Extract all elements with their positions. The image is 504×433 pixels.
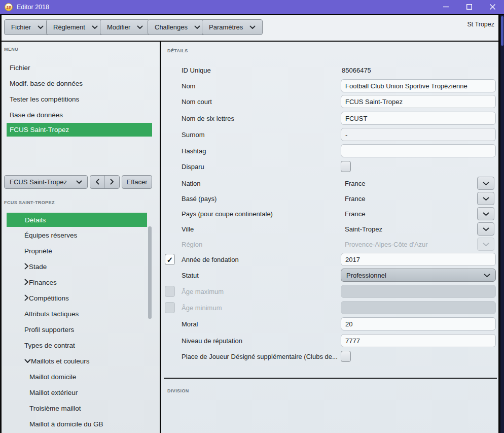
section-divider bbox=[164, 378, 497, 379]
nav-item-equipes-reserves[interactable]: Équipes réserves bbox=[2, 227, 151, 243]
field-label: Nation bbox=[182, 177, 201, 190]
field-row-age-minimum: Âge minimum bbox=[161, 301, 498, 314]
nav-item-propriete[interactable]: Propriété bbox=[2, 243, 151, 259]
maximize-button[interactable] bbox=[457, 0, 481, 14]
details-panel: DÉTAILS ID Unique 85066475 Nom Nom court… bbox=[161, 42, 498, 433]
base-pays-value: France bbox=[345, 192, 365, 205]
annee-fondation-input[interactable] bbox=[341, 253, 496, 266]
field-label: Âge maximum bbox=[182, 285, 224, 298]
chevron-down-icon bbox=[483, 179, 489, 188]
nav-item-label: Maillot à domicile du GB bbox=[29, 420, 103, 428]
annee-fondation-checkbox[interactable]: ✓ bbox=[165, 254, 175, 265]
nom-input[interactable] bbox=[341, 79, 496, 92]
window-controls bbox=[434, 0, 504, 14]
chevron-down-icon bbox=[249, 25, 256, 29]
sidebar-scrollbar-thumb[interactable] bbox=[148, 226, 152, 319]
chevron-left-icon bbox=[95, 178, 99, 187]
field-row-moral: Moral bbox=[161, 317, 498, 330]
nation-dropdown-button[interactable] bbox=[477, 177, 494, 190]
nav-item-attributs-tactiques[interactable]: Attributs tactiques bbox=[2, 306, 151, 322]
nav-item-details[interactable]: Détails bbox=[7, 213, 147, 227]
nom-six-lettres-input[interactable] bbox=[341, 112, 496, 125]
field-label: Nom bbox=[182, 79, 195, 92]
nav-item-label: Stade bbox=[29, 263, 47, 271]
field-row-annee-fondation: ✓ Année de fondation bbox=[161, 253, 498, 266]
nav-item-label: Maillot extérieur bbox=[29, 389, 78, 396]
menu-button-label: Challenges bbox=[155, 23, 188, 31]
nav-item-types-contrat[interactable]: Types de contrat bbox=[2, 338, 151, 353]
menu-button-label: Modifier bbox=[107, 23, 130, 31]
sidebar-item-label: Fichier bbox=[10, 64, 30, 72]
menu-button-reglement[interactable]: Règlement bbox=[46, 19, 105, 35]
place-joueur-checkbox[interactable] bbox=[341, 351, 351, 362]
menu-button-challenges[interactable]: Challenges bbox=[148, 19, 207, 35]
base-pays-dropdown-button[interactable] bbox=[477, 192, 494, 205]
minimize-button[interactable] bbox=[434, 0, 457, 14]
nav-item-maillot-domicile-gb[interactable]: Maillot à domicile du GB bbox=[2, 416, 151, 432]
clear-button[interactable]: Effacer bbox=[122, 175, 152, 189]
menu-button-fichier[interactable]: Fichier bbox=[4, 19, 51, 35]
field-row-base-pays: Basé (pays) France bbox=[161, 192, 498, 205]
nav-item-troisieme-maillot[interactable]: Troisième maillot bbox=[2, 401, 151, 416]
field-row-place-joueur: Place de Joueur Désigné supplémentaire (… bbox=[161, 350, 498, 363]
moral-input[interactable] bbox=[341, 317, 496, 330]
menu-button-label: Fichier bbox=[11, 23, 31, 31]
nav-item-competitions[interactable]: Compétitions bbox=[2, 290, 151, 306]
menu-button-modifier[interactable]: Modifier bbox=[100, 19, 150, 35]
field-label: Place de Joueur Désigné supplémentaire (… bbox=[182, 350, 338, 363]
sidebar-item-label: Tester les compétitions bbox=[10, 95, 79, 103]
sidebar-item-fichier[interactable]: Fichier bbox=[2, 60, 160, 76]
hashtag-input[interactable] bbox=[341, 144, 496, 157]
chevron-down-icon bbox=[194, 25, 200, 29]
record-selector-value: FCUS Saint-Tropez bbox=[5, 178, 76, 186]
field-label: Région bbox=[182, 238, 202, 251]
sidebar-item-fcus-saint-tropez[interactable]: FCUS Saint-Tropez bbox=[7, 123, 152, 137]
field-row-pays-coupe: Pays (pour coupe continentale) France bbox=[161, 207, 498, 220]
next-record-button[interactable] bbox=[105, 176, 119, 188]
page-scrollbar-thumb[interactable] bbox=[501, 16, 503, 46]
ville-value: Saint-Tropez bbox=[345, 222, 382, 236]
field-row-region: Région Provence-Alpes-Côte d'Azur bbox=[161, 238, 498, 251]
toolbar: Fichier Règlement Modifier Challenges Pa… bbox=[2, 15, 498, 41]
pays-coupe-dropdown-button[interactable] bbox=[477, 207, 494, 220]
sidebar-item-modif-base[interactable]: Modif. base de données bbox=[2, 76, 160, 91]
nav-item-maillot-domicile[interactable]: Maillot domicile bbox=[2, 369, 151, 385]
chevron-down-icon bbox=[76, 180, 87, 184]
region-dropdown-button bbox=[477, 238, 494, 251]
sidebar-section-header: FCUS SAINT-TROPEZ bbox=[4, 200, 55, 205]
field-row-nation: Nation France bbox=[161, 177, 498, 190]
nav-item-label: Compétitions bbox=[29, 294, 69, 302]
nav-item-profil-supporters[interactable]: Profil supporters bbox=[2, 322, 151, 338]
field-row-hashtag: Hashtag bbox=[161, 144, 498, 157]
chevron-down-icon bbox=[483, 194, 489, 203]
record-selector-dropdown[interactable]: FCUS Saint-Tropez bbox=[4, 175, 88, 189]
nav-item-finances[interactable]: Finances bbox=[2, 275, 151, 290]
nav-item-maillots-couleurs[interactable]: Maillots et couleurs bbox=[2, 353, 151, 369]
chevron-down-icon bbox=[484, 272, 490, 279]
page-scrollbar-track[interactable] bbox=[500, 15, 504, 433]
chevron-down-icon bbox=[92, 25, 98, 29]
nav-item-stade[interactable]: Stade bbox=[2, 259, 151, 275]
close-button[interactable] bbox=[481, 0, 504, 14]
field-label: Nom court bbox=[182, 95, 212, 108]
nav-item-label: Types de contrat bbox=[24, 342, 75, 349]
previous-record-button[interactable] bbox=[90, 176, 105, 188]
ville-dropdown-button[interactable] bbox=[477, 222, 494, 236]
sidebar-item-base-donnees[interactable]: Base de données bbox=[2, 107, 160, 123]
field-row-age-maximum: Âge maximum bbox=[161, 285, 498, 298]
field-label: Moral bbox=[182, 317, 198, 330]
menu-button-parametres[interactable]: Paramètres bbox=[202, 19, 263, 35]
statut-value: Professionnel bbox=[346, 272, 386, 279]
nom-court-input[interactable] bbox=[341, 95, 496, 108]
sidebar-item-tester-competitions[interactable]: Tester les compétitions bbox=[2, 91, 160, 107]
field-row-disparu: Disparu bbox=[161, 160, 498, 173]
menu-button-label: Paramètres bbox=[209, 23, 243, 31]
nav-item-label: Maillot domicile bbox=[29, 373, 76, 381]
field-label: Nom de six lettres bbox=[182, 112, 234, 125]
disparu-checkbox[interactable] bbox=[341, 161, 351, 172]
statut-select[interactable]: Professionnel bbox=[341, 269, 496, 282]
nav-item-maillot-exterieur[interactable]: Maillot extérieur bbox=[2, 385, 151, 401]
reputation-input[interactable] bbox=[341, 334, 496, 347]
sidebar-item-label: Base de données bbox=[10, 111, 63, 119]
surnom-input[interactable] bbox=[341, 128, 496, 141]
